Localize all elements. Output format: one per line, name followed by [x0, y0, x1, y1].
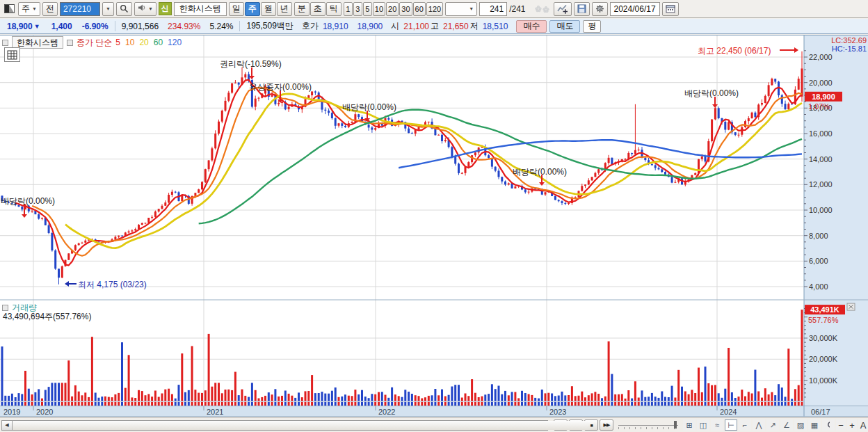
svg-text:2023: 2023 — [549, 408, 566, 416]
indicator-add-icon[interactable]: ≈ — [711, 419, 723, 431]
stock-name-box: 한화시스템 — [174, 2, 227, 16]
interval-button-1[interactable]: 1 — [344, 2, 353, 16]
zigzag-tool-icon[interactable]: ⋀ — [753, 419, 765, 431]
svg-text:18,900: 18,900 — [812, 93, 835, 101]
bar-count-input[interactable]: 241 — [479, 2, 507, 16]
svg-text:10,000K: 10,000K — [809, 376, 838, 385]
ma-line-20 — [65, 94, 802, 248]
mode-button-분[interactable]: 분 — [294, 2, 310, 16]
quote-bar: 18,900 ▼ 1,400 -6.90% 9,901,566 234.93% … — [0, 19, 868, 34]
mode-button-group: 분초틱 — [294, 2, 341, 16]
current-price: 18,900 — [7, 22, 33, 31]
bid-price: 18,900 — [357, 22, 383, 31]
pane-borders — [0, 35, 868, 402]
down-triangle-icon: ▼ — [34, 23, 40, 30]
interval-button-20[interactable]: 20 — [386, 2, 399, 16]
scroll-left-button[interactable]: ◀ — [2, 421, 13, 430]
zoom-out-button[interactable]: − — [836, 419, 846, 431]
scrollbar-thumb[interactable] — [13, 421, 588, 430]
svg-text:20,000: 20,000 — [809, 79, 833, 87]
magnifier-icon[interactable] — [822, 419, 835, 431]
price-change: 1,400 — [51, 22, 72, 31]
svg-text:557.76%: 557.76% — [808, 316, 839, 324]
ma-settings-label[interactable]: 종가 단순 — [77, 37, 112, 49]
mode-button-틱[interactable]: 틱 — [326, 2, 341, 16]
svg-text:2024: 2024 — [720, 408, 737, 416]
data-table-icon[interactable] — [4, 47, 20, 62]
svg-text:30,000K: 30,000K — [809, 334, 838, 342]
low-price: 18,510 — [483, 22, 508, 31]
slider-thumb[interactable] — [674, 421, 677, 429]
calendar-icon[interactable] — [662, 2, 679, 16]
svg-text:6,000: 6,000 — [809, 257, 828, 265]
chevron-down-icon: ▼ — [106, 6, 111, 11]
avg-price-button[interactable]: 평 — [583, 20, 601, 33]
period-button-월[interactable]: 월 — [261, 2, 276, 16]
settings-gear-icon[interactable] — [592, 2, 608, 16]
low-label: 저 — [470, 20, 479, 32]
open-label: 시 — [391, 20, 399, 32]
ma-line-5 — [15, 80, 802, 266]
interval-button-3[interactable]: 3 — [353, 2, 362, 16]
svg-text:HC:-15.81: HC:-15.81 — [832, 45, 867, 53]
svg-text:12,000: 12,000 — [809, 180, 833, 189]
zoom-in-button[interactable]: + — [847, 419, 857, 431]
pattern-tool-icon[interactable]: ▨ — [794, 419, 807, 431]
divider — [115, 21, 115, 31]
period-button-일[interactable]: 일 — [229, 2, 244, 16]
chart-area: 20192020202120222023202406/17LC:352.69HC… — [0, 35, 868, 417]
mode-button-초[interactable]: 초 — [310, 2, 326, 16]
pane-toggle-icon[interactable] — [67, 40, 73, 46]
main-chart-canvas[interactable]: 20192020202120222023202406/17LC:352.69HC… — [0, 35, 868, 417]
zoom-area-icon[interactable]: ⊞ — [683, 419, 696, 431]
save-icon[interactable] — [574, 2, 590, 16]
timeframe-combo-value: 주 — [22, 3, 30, 15]
interval-button-30[interactable]: 30 — [399, 2, 412, 16]
svg-text:16,000: 16,000 — [809, 129, 833, 138]
stock-code-input[interactable]: 272210 — [60, 2, 100, 16]
period-button-년[interactable]: 년 — [277, 2, 292, 16]
chart-grid — [0, 35, 804, 401]
previous-stock-button[interactable]: 전 — [42, 2, 58, 16]
period-button-group: 일주월년 — [229, 2, 292, 16]
crossline-tool-icon[interactable]: ⊢ — [725, 419, 737, 431]
trade-value: 195,509백만 — [246, 20, 293, 32]
candles-layer — [1, 51, 803, 285]
interval-button-5[interactable]: 5 — [363, 2, 372, 16]
svg-text:2019: 2019 — [3, 408, 20, 416]
sound-button[interactable]: ▼ — [134, 2, 156, 16]
svg-text:2020: 2020 — [36, 408, 53, 416]
interval-button-60[interactable]: 60 — [413, 2, 426, 16]
price-axis-panel[interactable]: LC:352.69HC:-15.8122,00020,00018,00016,0… — [804, 35, 868, 417]
sell-button[interactable]: 매도 — [549, 20, 580, 33]
buy-button[interactable]: 매수 — [516, 20, 547, 33]
bottom-toolbar: ◀ ▶◀◀■▶▶⊞◫≈⊢⌐⋀↗∠▨▦−+A — [0, 417, 868, 432]
pane-toggle-icon[interactable] — [2, 40, 8, 46]
open-price: 21,100 — [403, 22, 429, 31]
svg-text:1.07%: 1.07% — [808, 102, 830, 111]
add-indicator-icon[interactable] — [554, 2, 572, 16]
window-icon[interactable] — [2, 2, 16, 16]
custom-interval-combo[interactable]: ▼ — [445, 2, 477, 16]
flag-tool-icon[interactable]: ⌐ — [739, 419, 751, 431]
trendline-tool-icon[interactable]: ↗ — [766, 419, 779, 431]
price-change-pct: -6.90% — [82, 22, 108, 31]
bar-total-label: /241 — [509, 4, 525, 14]
speed-slider[interactable] — [618, 420, 678, 430]
horizontal-scrollbar[interactable]: ◀ — [1, 420, 548, 431]
compare-chart-icon[interactable]: ◫ — [697, 419, 709, 431]
fast-forward-button[interactable]: ▶▶ — [600, 419, 613, 431]
chart-image-icon[interactable]: ▦ — [808, 419, 821, 431]
ask-price: 18,910 — [323, 22, 348, 31]
timeframe-combo[interactable]: 주▼ — [18, 2, 40, 16]
period-button-주[interactable]: 주 — [245, 2, 260, 16]
chart-window: 주▼ 전 272210 ▼ ▼ 신 한화시스템 일주월년 분초틱 1351020… — [0, 0, 868, 432]
angle-tool-icon[interactable]: ∠ — [780, 419, 793, 431]
date-input[interactable]: 2024/06/17 — [610, 2, 660, 16]
interval-button-120[interactable]: 120 — [426, 2, 443, 16]
high-price: 21,650 — [443, 22, 469, 31]
search-icon[interactable] — [116, 2, 132, 16]
interval-button-10[interactable]: 10 — [373, 2, 385, 16]
font-size-button[interactable]: A — [858, 419, 868, 431]
code-dropdown-button[interactable]: ▼ — [102, 2, 114, 16]
